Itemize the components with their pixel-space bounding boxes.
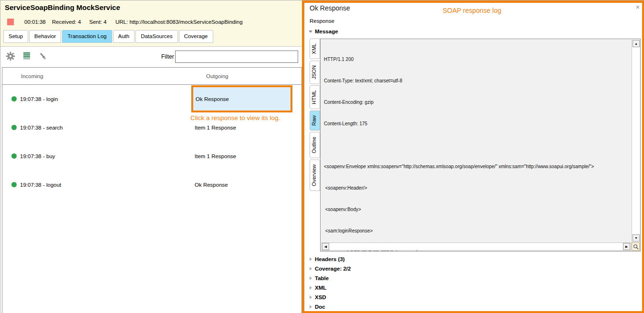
incoming-cell: 19:07:38 - logout xyxy=(20,171,61,199)
section-label: XSD xyxy=(315,294,326,300)
outgoing-cell: Ok Response xyxy=(196,96,229,102)
horizontal-scrollbar[interactable]: ◀ ▶ xyxy=(321,242,631,251)
mock-service-header: ServiceSoapBinding MockService 00:01:38 … xyxy=(0,0,302,47)
table-row-logout[interactable]: 19:07:38 - logout Ok Response xyxy=(2,171,301,199)
response-label: Response xyxy=(310,18,334,24)
viewtab-json[interactable]: JSON xyxy=(310,61,320,84)
tab-transaction-log[interactable]: Transaction Log xyxy=(62,30,112,43)
chevron-right-icon xyxy=(310,257,312,261)
gear-icon[interactable] xyxy=(6,51,15,61)
success-dot-icon xyxy=(11,153,17,159)
section-label: Table xyxy=(315,275,329,281)
message-section-label: Message xyxy=(315,29,338,34)
chevron-down-icon xyxy=(309,30,312,33)
annotation-click-response: Click a response to view its log. xyxy=(190,114,280,121)
raw-message-text: HTTP/1.1 200 Content-Type: text/xml; cha… xyxy=(324,41,629,252)
section-label: Doc xyxy=(315,304,325,310)
outgoing-cell: Item 1 Response xyxy=(195,142,236,171)
viewtab-outline[interactable]: Outline xyxy=(310,132,320,158)
search-icon xyxy=(633,244,639,250)
log-options-icon[interactable] xyxy=(22,51,31,61)
message-view-tabs: XML JSON HTML Raw Outline Overview xyxy=(310,39,320,192)
chevron-right-icon xyxy=(310,305,312,309)
success-dot-icon xyxy=(11,96,17,101)
chevron-right-icon xyxy=(310,295,312,299)
message-section-toggle[interactable]: Message xyxy=(309,29,338,34)
status-row: 00:01:38 Received: 4 Sent: 4 URL: http:/… xyxy=(7,19,243,25)
elapsed-timer: 00:01:38 xyxy=(24,19,52,25)
viewtab-raw[interactable]: Raw xyxy=(310,111,320,131)
viewtab-html[interactable]: HTML xyxy=(310,85,320,109)
chevron-right-icon xyxy=(310,267,312,271)
chevron-right-icon xyxy=(310,276,312,280)
section-table[interactable]: Table xyxy=(310,273,351,283)
scroll-right-icon[interactable]: ▶ xyxy=(623,243,630,250)
selected-response-cell[interactable]: Ok Response xyxy=(191,85,292,112)
close-icon[interactable]: × xyxy=(636,3,640,11)
service-url: URL: http://localhost:8083/mockServiceSo… xyxy=(115,19,243,25)
log-toolbar: Filter xyxy=(0,47,302,67)
vertical-scrollbar[interactable]: ▲ ▼ xyxy=(632,40,640,242)
tab-coverage[interactable]: Coverage xyxy=(179,30,213,43)
scroll-left-icon[interactable]: ◀ xyxy=(322,243,329,250)
response-log-panel: Ok Response SOAP response log × Response… xyxy=(302,0,644,313)
message-editor: XML JSON HTML Raw Outline Overview HTTP/… xyxy=(310,39,641,252)
received-count: Received: 4 xyxy=(52,19,89,25)
tab-auth[interactable]: Auth xyxy=(113,30,135,43)
viewtab-xml[interactable]: XML xyxy=(310,39,320,59)
incoming-cell: 19:07:38 - search xyxy=(20,113,63,142)
column-header-outgoing: Outgoing xyxy=(206,68,229,85)
section-label: Coverage: 2/2 xyxy=(315,266,351,272)
mock-service-tabs: Setup Behavior Transaction Log Auth Data… xyxy=(3,30,214,43)
response-sections: Headers (3) Coverage: 2/2 Table XML XSD … xyxy=(310,254,351,312)
outgoing-cell: Ok Response xyxy=(195,171,228,199)
tab-behavior[interactable]: Behavior xyxy=(29,30,61,43)
magnifier-button[interactable] xyxy=(632,242,640,251)
annotation-soap-response-log: SOAP response log xyxy=(443,7,501,14)
sent-count: Sent: 4 xyxy=(89,19,115,25)
page-title: ServiceSoapBinding MockService xyxy=(5,3,120,11)
success-dot-icon xyxy=(11,125,17,130)
soapui-mock-service-window: ServiceSoapBinding MockService 00:01:38 … xyxy=(0,0,644,313)
section-xsd[interactable]: XSD xyxy=(310,293,351,302)
response-title: Ok Response xyxy=(310,4,350,12)
success-dot-icon xyxy=(11,182,17,187)
filter-input[interactable] xyxy=(175,50,298,63)
incoming-cell: 19:07:38 - login xyxy=(20,85,58,113)
tab-setup[interactable]: Setup xyxy=(3,30,28,43)
brush-icon[interactable] xyxy=(38,51,48,61)
section-xml[interactable]: XML xyxy=(310,283,351,293)
section-headers[interactable]: Headers (3) xyxy=(310,254,351,264)
section-coverage[interactable]: Coverage: 2/2 xyxy=(310,264,351,273)
tab-datasources[interactable]: DataSources xyxy=(135,30,177,43)
mock-service-panel: ServiceSoapBinding MockService 00:01:38 … xyxy=(0,0,302,313)
scroll-up-icon[interactable]: ▲ xyxy=(633,40,640,47)
running-indicator-icon xyxy=(7,19,14,25)
section-doc[interactable]: Doc xyxy=(310,302,351,312)
raw-message-viewer[interactable]: HTTP/1.1 200 Content-Type: text/xml; cha… xyxy=(320,39,641,252)
column-header-incoming: Incoming xyxy=(21,68,43,85)
table-row-login[interactable]: 19:07:38 - login Ok Response xyxy=(2,85,301,113)
table-row-buy[interactable]: 19:07:38 - buy Item 1 Response xyxy=(2,142,301,171)
filter-label: Filter xyxy=(161,53,174,60)
viewtab-overview[interactable]: Overview xyxy=(310,160,320,191)
section-label: Headers (3) xyxy=(315,256,345,262)
scroll-down-icon[interactable]: ▼ xyxy=(633,234,640,242)
incoming-cell: 19:07:38 - buy xyxy=(20,142,55,171)
table-header: Incoming Outgoing xyxy=(2,68,301,85)
transaction-log-table: Incoming Outgoing 19:07:38 - login Ok Re… xyxy=(2,67,302,313)
section-label: XML xyxy=(315,285,326,291)
chevron-right-icon xyxy=(310,286,312,290)
